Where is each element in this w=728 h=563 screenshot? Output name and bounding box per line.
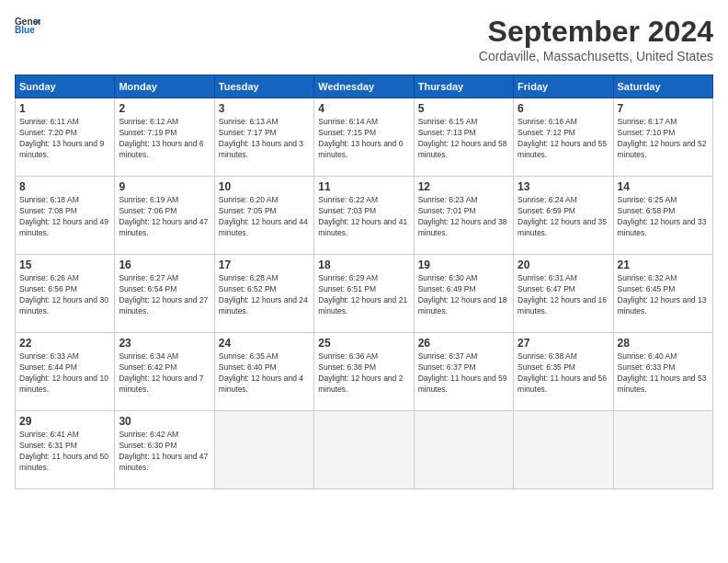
day-info: Sunrise: 6:14 AMSunset: 7:15 PMDaylight:… xyxy=(318,117,409,161)
calendar-cell: 11Sunrise: 6:22 AMSunset: 7:03 PMDayligh… xyxy=(314,177,414,255)
logo-icon: General Blue xyxy=(15,15,40,35)
day-number: 19 xyxy=(418,259,509,271)
calendar-cell: 16Sunrise: 6:27 AMSunset: 6:54 PMDayligh… xyxy=(115,255,214,333)
day-number: 14 xyxy=(618,180,709,193)
day-info: Sunrise: 6:26 AMSunset: 6:56 PMDaylight:… xyxy=(19,273,110,317)
week-row-2: 8Sunrise: 6:18 AMSunset: 7:08 PMDaylight… xyxy=(16,177,713,255)
day-number: 5 xyxy=(418,102,509,115)
calendar-cell: 5Sunrise: 6:15 AMSunset: 7:13 PMDaylight… xyxy=(414,98,513,177)
weekday-header-sunday: Sunday xyxy=(16,75,115,98)
week-row-1: 1Sunrise: 6:11 AMSunset: 7:20 PMDaylight… xyxy=(16,98,713,177)
calendar-cell: 23Sunrise: 6:34 AMSunset: 6:42 PMDayligh… xyxy=(115,333,214,411)
calendar-cell: 14Sunrise: 6:25 AMSunset: 6:58 PMDayligh… xyxy=(613,177,712,255)
calendar-cell: 18Sunrise: 6:29 AMSunset: 6:51 PMDayligh… xyxy=(314,255,414,333)
weekday-header-monday: Monday xyxy=(115,75,214,98)
week-row-4: 22Sunrise: 6:33 AMSunset: 6:44 PMDayligh… xyxy=(16,333,713,411)
day-info: Sunrise: 6:16 AMSunset: 7:12 PMDaylight:… xyxy=(518,117,609,161)
day-number: 11 xyxy=(318,180,409,193)
calendar-cell: 6Sunrise: 6:16 AMSunset: 7:12 PMDaylight… xyxy=(514,98,613,177)
calendar-cell: 19Sunrise: 6:30 AMSunset: 6:49 PMDayligh… xyxy=(414,255,513,333)
weekday-header-friday: Friday xyxy=(514,75,613,98)
day-info: Sunrise: 6:28 AMSunset: 6:52 PMDaylight:… xyxy=(219,273,310,317)
day-info: Sunrise: 6:23 AMSunset: 7:01 PMDaylight:… xyxy=(418,195,509,239)
day-info: Sunrise: 6:33 AMSunset: 6:44 PMDaylight:… xyxy=(19,351,110,396)
calendar-cell: 24Sunrise: 6:35 AMSunset: 6:40 PMDayligh… xyxy=(214,333,313,411)
calendar-cell: 13Sunrise: 6:24 AMSunset: 6:59 PMDayligh… xyxy=(514,177,613,255)
location-title: Cordaville, Massachusetts, United States xyxy=(479,49,713,63)
calendar-cell: 21Sunrise: 6:32 AMSunset: 6:45 PMDayligh… xyxy=(613,255,712,333)
day-number: 29 xyxy=(19,415,110,428)
calendar-cell: 3Sunrise: 6:13 AMSunset: 7:17 PMDaylight… xyxy=(214,98,313,177)
day-info: Sunrise: 6:19 AMSunset: 7:06 PMDaylight:… xyxy=(119,195,210,239)
calendar-cell: 4Sunrise: 6:14 AMSunset: 7:15 PMDaylight… xyxy=(314,98,414,177)
day-info: Sunrise: 6:13 AMSunset: 7:17 PMDaylight:… xyxy=(219,117,310,161)
calendar-cell: 10Sunrise: 6:20 AMSunset: 7:05 PMDayligh… xyxy=(214,177,313,255)
day-info: Sunrise: 6:15 AMSunset: 7:13 PMDaylight:… xyxy=(418,117,509,161)
logo: General Blue xyxy=(15,15,40,35)
calendar-cell: 27Sunrise: 6:38 AMSunset: 6:35 PMDayligh… xyxy=(514,333,613,411)
day-number: 26 xyxy=(418,337,509,350)
weekday-header-wednesday: Wednesday xyxy=(314,75,414,98)
day-number: 25 xyxy=(318,337,409,350)
calendar-cell: 17Sunrise: 6:28 AMSunset: 6:52 PMDayligh… xyxy=(214,255,313,333)
day-number: 27 xyxy=(518,337,609,350)
day-number: 1 xyxy=(19,102,110,115)
day-number: 16 xyxy=(119,259,210,271)
day-number: 15 xyxy=(19,259,110,271)
day-info: Sunrise: 6:20 AMSunset: 7:05 PMDaylight:… xyxy=(219,195,310,239)
day-number: 24 xyxy=(219,337,310,350)
day-info: Sunrise: 6:31 AMSunset: 6:47 PMDaylight:… xyxy=(518,273,609,317)
day-info: Sunrise: 6:37 AMSunset: 6:37 PMDaylight:… xyxy=(418,351,509,396)
calendar-cell: 2Sunrise: 6:12 AMSunset: 7:19 PMDaylight… xyxy=(115,98,214,177)
day-number: 21 xyxy=(618,259,709,271)
calendar-table: SundayMondayTuesdayWednesdayThursdayFrid… xyxy=(15,75,713,489)
day-number: 6 xyxy=(518,102,609,115)
title-area: September 2024 Cordaville, Massachusetts… xyxy=(479,15,713,63)
day-info: Sunrise: 6:25 AMSunset: 6:58 PMDaylight:… xyxy=(618,195,709,239)
calendar-cell: 1Sunrise: 6:11 AMSunset: 7:20 PMDaylight… xyxy=(16,98,115,177)
week-row-5: 29Sunrise: 6:41 AMSunset: 6:31 PMDayligh… xyxy=(16,411,713,489)
calendar-cell: 7Sunrise: 6:17 AMSunset: 7:10 PMDaylight… xyxy=(613,98,712,177)
day-info: Sunrise: 6:36 AMSunset: 6:38 PMDaylight:… xyxy=(318,351,409,396)
day-info: Sunrise: 6:27 AMSunset: 6:54 PMDaylight:… xyxy=(119,273,210,317)
week-row-3: 15Sunrise: 6:26 AMSunset: 6:56 PMDayligh… xyxy=(16,255,713,333)
calendar-cell xyxy=(613,411,712,489)
day-info: Sunrise: 6:34 AMSunset: 6:42 PMDaylight:… xyxy=(119,351,210,396)
calendar-cell: 28Sunrise: 6:40 AMSunset: 6:33 PMDayligh… xyxy=(613,333,712,411)
month-title: September 2024 xyxy=(479,15,713,49)
calendar-cell: 15Sunrise: 6:26 AMSunset: 6:56 PMDayligh… xyxy=(16,255,115,333)
day-number: 23 xyxy=(119,337,210,350)
calendar-cell: 29Sunrise: 6:41 AMSunset: 6:31 PMDayligh… xyxy=(16,411,115,489)
day-number: 17 xyxy=(219,259,310,271)
day-info: Sunrise: 6:35 AMSunset: 6:40 PMDaylight:… xyxy=(219,351,310,396)
calendar-cell: 26Sunrise: 6:37 AMSunset: 6:37 PMDayligh… xyxy=(414,333,513,411)
day-info: Sunrise: 6:22 AMSunset: 7:03 PMDaylight:… xyxy=(318,195,409,239)
day-number: 9 xyxy=(119,180,210,193)
day-info: Sunrise: 6:40 AMSunset: 6:33 PMDaylight:… xyxy=(618,351,709,396)
day-number: 8 xyxy=(19,180,110,193)
day-info: Sunrise: 6:38 AMSunset: 6:35 PMDaylight:… xyxy=(518,351,609,396)
calendar-cell: 20Sunrise: 6:31 AMSunset: 6:47 PMDayligh… xyxy=(514,255,613,333)
calendar-cell: 22Sunrise: 6:33 AMSunset: 6:44 PMDayligh… xyxy=(16,333,115,411)
day-number: 30 xyxy=(119,415,210,428)
day-number: 2 xyxy=(119,102,210,115)
day-info: Sunrise: 6:30 AMSunset: 6:49 PMDaylight:… xyxy=(418,273,509,317)
day-info: Sunrise: 6:17 AMSunset: 7:10 PMDaylight:… xyxy=(618,117,709,161)
calendar-cell: 8Sunrise: 6:18 AMSunset: 7:08 PMDaylight… xyxy=(16,177,115,255)
weekday-header-saturday: Saturday xyxy=(613,75,712,98)
day-number: 20 xyxy=(518,259,609,271)
day-number: 28 xyxy=(618,337,709,350)
calendar-cell: 30Sunrise: 6:42 AMSunset: 6:30 PMDayligh… xyxy=(115,411,214,489)
day-info: Sunrise: 6:24 AMSunset: 6:59 PMDaylight:… xyxy=(518,195,609,239)
weekday-header-thursday: Thursday xyxy=(414,75,513,98)
day-number: 4 xyxy=(318,102,409,115)
calendar-cell: 25Sunrise: 6:36 AMSunset: 6:38 PMDayligh… xyxy=(314,333,414,411)
page-header: General Blue September 2024 Cordaville, … xyxy=(15,15,713,63)
day-number: 3 xyxy=(219,102,310,115)
day-number: 7 xyxy=(618,102,709,115)
day-info: Sunrise: 6:12 AMSunset: 7:19 PMDaylight:… xyxy=(119,117,210,161)
weekday-header-tuesday: Tuesday xyxy=(214,75,313,98)
calendar-cell xyxy=(414,411,513,489)
day-number: 22 xyxy=(19,337,110,350)
calendar-cell xyxy=(314,411,414,489)
